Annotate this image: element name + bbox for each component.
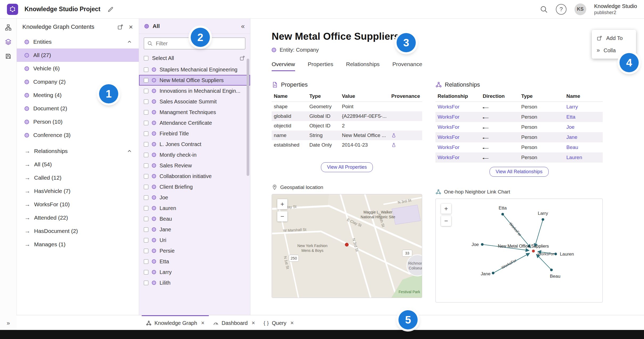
provenance-icon[interactable]: [391, 143, 396, 148]
relationships-section-header[interactable]: → Relationships: [17, 144, 139, 158]
item-checkbox[interactable]: [144, 110, 148, 115]
item-checkbox[interactable]: [144, 89, 148, 93]
provenance-icon[interactable]: [391, 133, 396, 138]
help-icon[interactable]: ?: [556, 4, 566, 15]
list-item[interactable]: Beau: [139, 213, 250, 224]
close-tab-icon[interactable]: ×: [201, 320, 205, 326]
list-item[interactable]: Larry: [139, 267, 250, 277]
node-beau[interactable]: [550, 269, 553, 271]
item-checkbox[interactable]: [144, 153, 148, 157]
map-marker[interactable]: [345, 243, 349, 247]
zoom-in-button[interactable]: +: [277, 199, 287, 209]
tab-properties[interactable]: Properties: [308, 61, 333, 71]
item-checkbox[interactable]: [144, 174, 148, 179]
tab-dashboard[interactable]: Dashboard ×: [209, 315, 259, 330]
item-checkbox[interactable]: [144, 227, 148, 232]
tab-relationships[interactable]: Relationships: [346, 61, 380, 71]
list-item[interactable]: Sales Associate Summit: [139, 96, 250, 107]
item-checkbox[interactable]: [144, 121, 148, 125]
list-item[interactable]: Client Briefing: [139, 181, 250, 192]
tab-provenance[interactable]: Provenance: [392, 61, 422, 71]
list-item[interactable]: Firebird Title: [139, 128, 250, 139]
list-item[interactable]: Lilith: [139, 277, 250, 288]
item-checkbox[interactable]: [144, 99, 148, 104]
relationship-link[interactable]: WorksFor: [438, 124, 459, 130]
list-item-selected[interactable]: New Metal Office Suppliers: [139, 75, 250, 86]
node-etta[interactable]: [501, 213, 504, 216]
list-item[interactable]: Joe: [139, 192, 250, 203]
add-item-icon[interactable]: [117, 24, 124, 30]
sidebar-item-person[interactable]: Person (10): [17, 115, 139, 128]
relationship-link[interactable]: WorksFor: [438, 155, 459, 160]
zoom-out-button[interactable]: −: [277, 211, 287, 221]
map-canvas[interactable]: [272, 194, 422, 298]
list-item[interactable]: Lauren: [139, 203, 250, 213]
sidebar-rel-hasdocument[interactable]: → HasDocument (2): [17, 224, 139, 238]
close-tab-icon[interactable]: ×: [290, 320, 294, 326]
item-checkbox[interactable]: [144, 131, 148, 136]
node-larry[interactable]: [542, 218, 544, 221]
sidebar-rel-hasvehicle[interactable]: → HasVehicle (7): [17, 184, 139, 198]
add-to-menu-item[interactable]: Add To: [592, 32, 636, 44]
node-jane[interactable]: [492, 272, 495, 275]
item-checkbox[interactable]: [144, 78, 148, 83]
sidebar-rel-worksfor[interactable]: → WorksFor (10): [17, 198, 139, 211]
close-tab-icon[interactable]: ×: [252, 320, 255, 326]
view-all-properties-button[interactable]: View All Properties: [321, 162, 373, 172]
relationship-link[interactable]: WorksFor: [438, 144, 459, 150]
view-all-relationships-button[interactable]: View All Relationships: [490, 167, 549, 177]
entity-link[interactable]: Beau: [566, 144, 578, 150]
app-logo-icon[interactable]: [7, 4, 18, 15]
sidebar-rel-manages[interactable]: → Manages (1): [17, 238, 139, 251]
sidebar-rel-attended[interactable]: → Attended (22): [17, 211, 139, 224]
zoom-out-button[interactable]: −: [441, 216, 451, 226]
search-icon[interactable]: [540, 5, 548, 13]
link-chart-canvas[interactable]: Etta Larry Joe Lauren Jane Beau New Meta…: [436, 199, 602, 302]
list-item[interactable]: Uri: [139, 235, 250, 245]
list-item[interactable]: Sales Review: [139, 160, 250, 171]
entity-link[interactable]: Larry: [566, 104, 578, 110]
item-checkbox[interactable]: [144, 67, 148, 72]
entity-link[interactable]: Jane: [566, 134, 577, 140]
list-item[interactable]: Persie: [139, 245, 250, 256]
list-item[interactable]: Managment Techniques: [139, 107, 250, 118]
node-joe[interactable]: [481, 243, 484, 246]
entity-link[interactable]: Joe: [566, 124, 575, 130]
link-chart-icon[interactable]: [5, 24, 12, 31]
list-item[interactable]: Montly check-in: [139, 150, 250, 160]
select-all-checkbox[interactable]: [144, 56, 148, 60]
sidebar-item-entities-all[interactable]: All (27): [17, 49, 139, 62]
item-checkbox[interactable]: [144, 259, 148, 264]
list-item[interactable]: Innovations in Mechanical Engin...: [139, 86, 250, 96]
edit-title-icon[interactable]: [107, 6, 114, 13]
item-checkbox[interactable]: [144, 195, 148, 200]
list-item[interactable]: Staplers Mechanical Engineering: [139, 64, 250, 75]
sidebar-item-conference[interactable]: Conference (3): [17, 128, 139, 142]
list-item[interactable]: Jane: [139, 224, 250, 235]
entities-section-header[interactable]: Entities: [17, 35, 139, 49]
tab-query[interactable]: { } Query ×: [259, 315, 298, 330]
sidebar-item-document[interactable]: Document (2): [17, 102, 139, 115]
avatar[interactable]: KS: [574, 3, 586, 15]
sidebar-rel-called[interactable]: → Called (12): [17, 171, 139, 184]
tab-knowledge-graph[interactable]: Knowledge Graph ×: [142, 315, 209, 330]
item-checkbox[interactable]: [144, 142, 148, 147]
list-item[interactable]: Etta: [139, 256, 250, 267]
geospatial-map[interactable]: W Clay St E Clay St W Marshall St N 1st …: [272, 194, 422, 298]
item-checkbox[interactable]: [144, 206, 148, 211]
save-icon[interactable]: [5, 53, 12, 60]
list-item[interactable]: Attendance Certificate: [139, 118, 250, 128]
sidebar-item-company[interactable]: Company (2): [17, 75, 139, 88]
sidebar-item-meeting[interactable]: Meeting (4): [17, 88, 139, 102]
list-item[interactable]: Collaboration initiative: [139, 171, 250, 181]
one-hop-link-chart[interactable]: Etta Larry Joe Lauren Jane Beau New Meta…: [435, 199, 603, 302]
node-center-company[interactable]: [532, 250, 535, 253]
item-checkbox[interactable]: [144, 185, 148, 189]
close-icon[interactable]: ×: [129, 23, 133, 30]
item-checkbox[interactable]: [144, 249, 148, 253]
entity-link[interactable]: Lauren: [566, 155, 582, 160]
sidebar-item-vehicle[interactable]: Vehicle (6): [17, 62, 139, 75]
rail-expand-icon[interactable]: »: [0, 320, 17, 327]
item-checkbox[interactable]: [144, 281, 148, 285]
item-checkbox[interactable]: [144, 238, 148, 243]
